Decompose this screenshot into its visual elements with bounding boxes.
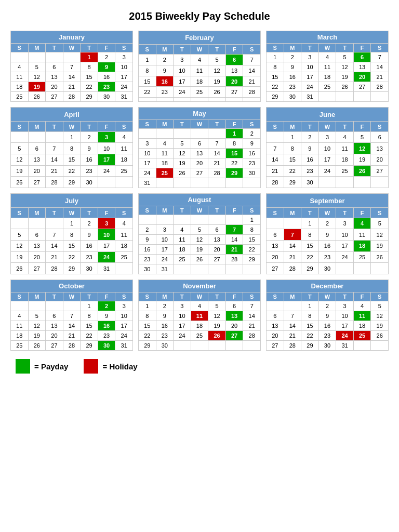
day-header: S (115, 208, 133, 218)
calendar-day: 2 (156, 54, 174, 65)
calendar-day: 11 (353, 229, 371, 241)
day-header: F (225, 120, 243, 129)
day-header: M (284, 44, 301, 52)
calendar-day: 28 (284, 341, 301, 351)
month-october: OctoberSMTWTFS12345678910111213141516171… (10, 280, 133, 351)
calendar-day: 10 (174, 65, 191, 76)
calendar-day: 19 (11, 165, 29, 177)
calendar-day: 21 (46, 165, 63, 177)
calendar-day: 21 (284, 251, 301, 263)
calendar-day: 10 (115, 311, 133, 321)
calendar-day (371, 92, 389, 102)
calendar-day: 18 (115, 241, 133, 252)
calendar-day (225, 98, 243, 102)
calendar-day: 30 (284, 92, 301, 102)
calendar-day (139, 129, 156, 139)
calendar-day: 28 (284, 263, 301, 274)
calendar-day (191, 98, 208, 102)
calendar-day: 13 (28, 154, 46, 166)
calendar-day: 14 (46, 154, 63, 166)
calendar-day: 16 (81, 154, 98, 166)
calendar-day: 10 (318, 143, 336, 154)
calendar-grid: JanuarySMTWTFS12345678910111213141516171… (10, 31, 389, 351)
calendar-day: 29 (301, 263, 319, 274)
calendar-day: 19 (353, 154, 371, 166)
calendar-day: 24 (336, 251, 354, 263)
calendar-day: 26 (371, 331, 389, 341)
month-name-march: March (267, 31, 389, 44)
calendar-day: 3 (336, 218, 354, 229)
calendar-day: 4 (11, 311, 29, 321)
calendar-day (28, 131, 46, 143)
calendar-day (115, 177, 133, 188)
calendar-day: 24 (174, 331, 191, 341)
calendar-day (267, 131, 284, 143)
day-header: T (301, 208, 319, 218)
calendar-day: 4 (353, 218, 371, 229)
calendar-day: 17 (174, 321, 191, 331)
calendar-day: 11 (11, 321, 29, 331)
calendar-day (225, 264, 243, 274)
calendar-day (267, 218, 284, 229)
calendar-day: 8 (284, 143, 301, 154)
calendar-day: 3 (174, 301, 191, 311)
calendar-day: 18 (191, 321, 208, 331)
calendar-day: 19 (28, 82, 46, 92)
calendar-day: 12 (174, 149, 191, 158)
calendar-day: 9 (318, 311, 336, 321)
calendar-day: 4 (336, 131, 354, 143)
calendar-day: 22 (81, 82, 98, 92)
day-header: S (267, 44, 284, 52)
month-name-september: September (267, 194, 389, 208)
calendar-day: 3 (115, 52, 133, 62)
calendar-day (243, 98, 261, 102)
calendar-day: 18 (115, 154, 133, 166)
calendar-day: 17 (139, 158, 156, 168)
month-name-may: May (139, 108, 261, 120)
calendar-day: 27 (191, 168, 208, 178)
calendar-day: 6 (46, 311, 63, 321)
day-header: S (11, 292, 29, 301)
calendar-day (191, 341, 208, 351)
calendar-day: 24 (336, 331, 354, 341)
calendar-day: 14 (243, 65, 261, 76)
day-header: W (191, 292, 208, 301)
calendar-day: 21 (63, 82, 81, 92)
calendar-day: 4 (174, 225, 191, 235)
month-february: FebruarySMTWTFS1234567891011121314151617… (138, 31, 261, 102)
month-may: MaySMTWTFS123456789101112131415161718192… (138, 107, 261, 188)
calendar-day (353, 341, 371, 351)
payday-legend-label: = Payday (34, 362, 68, 371)
calendar-day: 13 (353, 62, 371, 72)
calendar-day: 18 (336, 154, 354, 166)
day-header: S (371, 44, 389, 52)
calendar-day: 8 (63, 229, 81, 241)
calendar-day: 15 (284, 154, 301, 166)
day-header: T (46, 44, 63, 52)
calendar-day: 13 (225, 65, 243, 76)
calendar-day (208, 129, 226, 139)
calendar-day: 13 (191, 149, 208, 158)
calendar-day: 27 (46, 92, 63, 102)
calendar-day: 16 (156, 321, 174, 331)
calendar-day: 27 (208, 255, 226, 264)
day-header: M (156, 45, 174, 55)
calendar-day: 14 (46, 241, 63, 252)
calendar-day: 2 (98, 52, 115, 62)
calendar-day: 3 (98, 218, 115, 229)
calendar-day: 24 (115, 331, 133, 341)
calendar-day: 6 (28, 229, 46, 241)
calendar-day: 15 (81, 321, 98, 331)
calendar-day: 4 (115, 218, 133, 229)
calendar-day: 28 (63, 341, 81, 351)
calendar-day: 6 (353, 52, 371, 62)
day-header: T (301, 292, 319, 301)
day-header: S (267, 208, 284, 218)
calendar-day: 5 (371, 301, 389, 311)
calendar-day: 26 (11, 263, 29, 274)
calendar-day: 11 (353, 311, 371, 321)
calendar-day: 12 (336, 62, 354, 72)
day-header: T (336, 122, 354, 131)
calendar-day: 17 (174, 76, 191, 87)
day-header: M (156, 292, 174, 301)
